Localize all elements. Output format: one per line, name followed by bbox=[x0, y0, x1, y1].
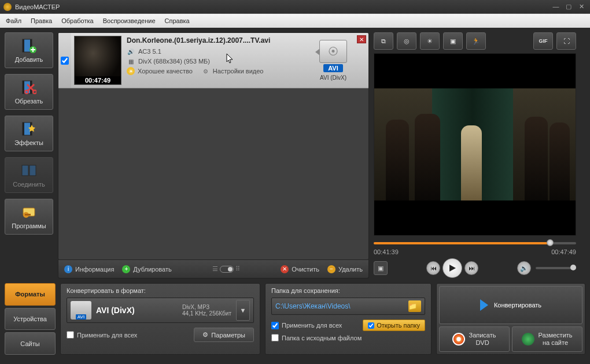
delete-icon: − bbox=[327, 265, 335, 273]
app-logo-icon bbox=[3, 3, 12, 11]
snapshot-button[interactable]: ▣ bbox=[374, 261, 388, 275]
maximize-button[interactable]: ▢ bbox=[563, 3, 574, 11]
target-icon: ◎ bbox=[404, 38, 410, 45]
tab-devices[interactable]: Устройства bbox=[5, 308, 56, 330]
speaker-icon: 🔊 bbox=[127, 47, 135, 55]
tab-sites[interactable]: Сайты bbox=[5, 332, 56, 355]
action-panel: Конвертировать ЗаписатьDVD Разместитьна … bbox=[436, 283, 585, 355]
running-icon: 🏃 bbox=[472, 38, 480, 45]
menu-process[interactable]: Обработка bbox=[61, 17, 93, 24]
menu-edit[interactable]: Правка bbox=[31, 17, 52, 24]
sidebar-programs-label: Программы bbox=[12, 222, 46, 229]
file-settings-link[interactable]: ⚙Настройки видео bbox=[202, 67, 264, 75]
video-preview[interactable] bbox=[374, 53, 576, 236]
tool-frame[interactable]: ▣ bbox=[443, 32, 463, 50]
tab-formats[interactable]: Форматы bbox=[5, 283, 56, 306]
apply-all-save-checkbox[interactable]: Применить для всех bbox=[271, 322, 342, 329]
open-folder-button[interactable]: Открыть папку bbox=[363, 320, 425, 331]
info-button[interactable]: iИнформация bbox=[64, 265, 114, 273]
prev-icon: ⏮ bbox=[430, 265, 437, 272]
view-toggle[interactable]: ☰ ⠿ bbox=[212, 265, 240, 273]
grid-view-icon: ⠿ bbox=[235, 265, 240, 273]
prev-button[interactable]: ⏮ bbox=[426, 261, 440, 275]
menu-file[interactable]: Файл bbox=[6, 17, 21, 24]
file-duration: 00:47:49 bbox=[75, 76, 121, 84]
tool-speed[interactable]: 🏃 bbox=[466, 32, 486, 50]
info-icon: i bbox=[64, 265, 72, 273]
close-button[interactable]: ✕ bbox=[576, 3, 587, 11]
file-item[interactable]: 00:47:49 Don.Korleone.(01.seriya.iz.12).… bbox=[58, 33, 368, 88]
film-cut-icon bbox=[21, 79, 37, 95]
clear-button[interactable]: ✕Очистить bbox=[281, 265, 319, 273]
convert-button[interactable]: Конвертировать bbox=[439, 286, 582, 324]
next-icon: ⏭ bbox=[469, 265, 475, 272]
volume-icon: 🔊 bbox=[520, 265, 528, 272]
tool-fullscreen[interactable]: ⛶ bbox=[556, 32, 576, 50]
tool-crop[interactable]: ⧉ bbox=[374, 32, 393, 50]
remove-file-button[interactable]: ✕ bbox=[357, 35, 366, 43]
sidebar-programs[interactable]: Программы bbox=[5, 199, 53, 235]
sidebar-effects[interactable]: Эффекты bbox=[5, 116, 53, 151]
upload-button[interactable]: Разместитьна сайте bbox=[512, 326, 582, 352]
menu-help[interactable]: Справка bbox=[165, 17, 190, 24]
format-badge: AVI bbox=[323, 64, 343, 72]
sidebar-join[interactable]: Соединить bbox=[5, 157, 53, 193]
file-thumbnail[interactable]: 00:47:49 bbox=[74, 36, 121, 85]
globe-icon bbox=[522, 333, 534, 346]
clear-icon: ✕ bbox=[281, 265, 289, 273]
volume-slider[interactable] bbox=[536, 267, 576, 269]
play-button[interactable] bbox=[443, 258, 462, 278]
burn-dvd-button[interactable]: ЗаписатьDVD bbox=[439, 326, 510, 352]
save-header: Папка для сохранения: bbox=[271, 287, 425, 294]
format-selector[interactable]: AVI AVI (DivX) DivX, MP3 44,1 KHz, 256Кб… bbox=[67, 298, 254, 323]
duplicate-icon: + bbox=[122, 265, 130, 273]
film-add-icon bbox=[21, 38, 37, 54]
volume-button[interactable]: 🔊 bbox=[517, 261, 531, 275]
svg-rect-1 bbox=[23, 39, 24, 52]
fullscreen-icon: ⛶ bbox=[563, 38, 570, 44]
file-settings: Настройки видео bbox=[213, 68, 264, 75]
next-button[interactable]: ⏭ bbox=[464, 261, 478, 275]
save-path-box[interactable]: C:\Users\Жекан\Videos\ 📁 bbox=[271, 298, 425, 315]
camcorder-icon: ⦿ bbox=[319, 40, 347, 63]
menubar: Файл Правка Обработка Воспроизведение Сп… bbox=[0, 14, 590, 28]
gear-icon: ⚙ bbox=[202, 331, 208, 339]
browse-button[interactable]: 📁 bbox=[408, 300, 421, 312]
file-audio: AC3 5.1 bbox=[138, 48, 161, 55]
sidebar-cut-label: Обрезать bbox=[15, 98, 43, 105]
duplicate-button[interactable]: +Дублировать bbox=[122, 265, 171, 273]
film-effects-icon bbox=[21, 121, 37, 137]
time-duration: 00:47:49 bbox=[551, 248, 576, 255]
sidebar-cut[interactable]: Обрезать bbox=[5, 74, 53, 110]
chevron-down-icon: ▼ bbox=[240, 307, 246, 314]
source-folder-checkbox[interactable]: Папка с исходным файлом bbox=[271, 334, 425, 341]
save-panel: Папка для сохранения: C:\Users\Жекан\Vid… bbox=[265, 283, 432, 355]
tool-gif[interactable]: GIF bbox=[533, 32, 553, 50]
delete-button[interactable]: −Удалить bbox=[327, 265, 363, 273]
minimize-button[interactable]: — bbox=[551, 3, 561, 11]
gif-label: GIF bbox=[539, 38, 548, 44]
svg-rect-13 bbox=[30, 165, 36, 176]
folder-icon: 📁 bbox=[408, 302, 421, 310]
format-header: Конвертировать в формат: bbox=[67, 287, 254, 294]
gear-icon: ⚙ bbox=[202, 67, 210, 75]
apply-all-checkbox[interactable]: Применить для всех bbox=[67, 331, 137, 339]
menu-play[interactable]: Воспроизведение bbox=[103, 17, 156, 24]
selected-format: AVI (DivX) bbox=[96, 306, 178, 315]
tool-brightness[interactable]: ☀ bbox=[420, 32, 440, 50]
params-button[interactable]: ⚙Параметры bbox=[194, 328, 254, 342]
file-checkbox[interactable] bbox=[61, 57, 69, 65]
programs-icon bbox=[21, 204, 37, 220]
seek-slider[interactable] bbox=[374, 242, 576, 244]
svg-rect-12 bbox=[22, 165, 28, 176]
file-name: Don.Korleone.(01.seriya.iz.12).2007....T… bbox=[127, 36, 309, 44]
file-quality: Хорошее качество bbox=[138, 68, 193, 75]
sidebar-effects-label: Эффекты bbox=[14, 139, 43, 146]
tool-target[interactable]: ◎ bbox=[397, 32, 416, 50]
sidebar-add[interactable]: Добавить bbox=[5, 32, 53, 68]
frame-icon: ▣ bbox=[450, 38, 456, 45]
file-list: 00:47:49 Don.Korleone.(01.seriya.iz.12).… bbox=[58, 32, 369, 260]
camera-icon: ▣ bbox=[378, 265, 384, 272]
window-title: ВидеоМАСТЕР bbox=[15, 3, 548, 10]
format-dropdown[interactable]: ▼ bbox=[236, 300, 250, 321]
